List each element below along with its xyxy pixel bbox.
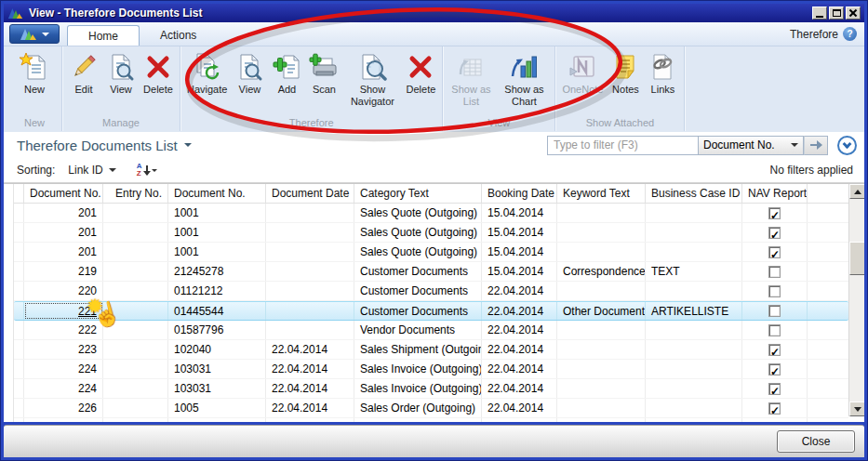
table-row[interactable]: 219 21245278 Customer Documents 15.04.20…	[14, 262, 848, 282]
table-row[interactable]: 223 102040 22.04.2014 Sales Shipment (Ou…	[14, 340, 848, 360]
add-button[interactable]: Add	[268, 49, 305, 97]
sorting-field-select[interactable]: Link ID	[68, 164, 115, 177]
ribbon: Home Actions Therefore New	[4, 22, 864, 132]
new-button[interactable]: New	[10, 49, 59, 97]
grid-header-row: Document No. Entry No. Document No. Docu…	[14, 184, 848, 204]
table-row[interactable]: 226 1005 22.04.2014 Sales Order (Outgoin…	[14, 399, 848, 418]
page-bar: Therefore Documents List Document No.	[4, 132, 864, 158]
cell-keyword-text	[557, 204, 646, 222]
cell-document-no-2: 1001	[168, 204, 266, 222]
scroll-up-button[interactable]	[849, 184, 864, 199]
nav-report-checkbox[interactable]	[768, 285, 781, 297]
cell-keyword-text	[557, 360, 646, 378]
cell-booking-date: 22.04.2014	[482, 282, 557, 300]
application-window: View - Therefore Documents List Home Act…	[0, 0, 868, 461]
cell-category-text: Vendor Documents	[354, 321, 482, 339]
maximize-icon	[833, 9, 841, 17]
vertical-scrollbar[interactable]	[848, 184, 864, 416]
cell-business-case-id	[646, 223, 742, 242]
therefore-delete-button[interactable]: Delete	[402, 49, 439, 97]
cell-entry-no	[103, 282, 168, 300]
scan-button[interactable]: Scan	[305, 49, 342, 97]
application-menu-button[interactable]	[9, 24, 60, 44]
cell-booking-date: 22.04.2014	[482, 340, 557, 359]
cell-document-no[interactable]: 221	[24, 302, 103, 320]
cell-business-case-id	[646, 399, 742, 417]
delete-button[interactable]: Delete	[140, 49, 177, 97]
view-button[interactable]: View	[102, 49, 140, 97]
header-entry-no[interactable]: Entry No.	[103, 184, 168, 203]
minimize-button[interactable]	[812, 7, 827, 20]
notes-button[interactable]: Notes	[607, 49, 644, 97]
cell-document-no: 226	[24, 399, 103, 417]
table-row[interactable]: 224 103031 22.04.2014 Sales Invoice (Out…	[14, 379, 848, 399]
nav-report-checkbox[interactable]	[768, 227, 781, 239]
nav-report-checkbox[interactable]	[768, 422, 781, 423]
header-nav-report[interactable]: NAV Report	[742, 184, 808, 203]
scrollbar-thumb[interactable]	[849, 242, 864, 275]
header-keyword-text[interactable]: Keyword Text	[557, 184, 646, 203]
nav-report-checkbox[interactable]	[768, 324, 781, 336]
cell-document-date	[266, 282, 354, 300]
edit-icon	[69, 52, 99, 82]
nav-report-checkbox[interactable]	[768, 246, 781, 258]
show-navigator-icon	[357, 52, 387, 82]
table-row[interactable]: 201 1001 Sales Quote (Outgoing) 15.04.20…	[14, 223, 848, 243]
cell-document-date	[266, 262, 354, 281]
edit-button[interactable]: Edit	[65, 49, 102, 97]
show-as-chart-button[interactable]: Show as Chart	[496, 49, 552, 108]
nav-report-checkbox[interactable]	[768, 207, 781, 219]
tab-actions[interactable]: Actions	[140, 25, 217, 46]
navigate-button[interactable]: Navigate	[183, 49, 231, 97]
header-booking-date[interactable]: Booking Date	[482, 184, 557, 203]
cell-document-no-2: 103031	[168, 379, 266, 398]
nav-report-checkbox[interactable]	[768, 402, 781, 415]
cell-business-case-id	[646, 321, 742, 339]
close-dialog-button[interactable]: Close	[777, 430, 855, 453]
table-row[interactable]: 201 1001 Sales Quote (Outgoing) 15.04.20…	[14, 204, 848, 223]
nav-report-checkbox[interactable]	[768, 266, 781, 278]
table-row-selected[interactable]: 221 01445544 Customer Documents 22.04.20…	[14, 301, 848, 321]
links-button[interactable]: Links	[644, 49, 681, 97]
therefore-view-button[interactable]: View	[231, 49, 268, 97]
nav-report-checkbox[interactable]	[768, 305, 781, 317]
table-row[interactable]: 222 01587796 Vendor Documents 22.04.2014	[14, 321, 848, 340]
show-navigator-button[interactable]: Show Navigator	[342, 49, 402, 108]
nav-report-checkbox[interactable]	[768, 363, 781, 375]
cell-booking-date: 22.04.2014	[482, 399, 557, 417]
cell-entry-no	[103, 321, 168, 339]
table-row[interactable]: 224 103031 22.04.2014 Sales Invoice (Out…	[14, 360, 848, 379]
cell-category-text: Sales Quote (Outgoing)	[354, 223, 482, 242]
cell-category-text: Sales Order (Outgoing)	[354, 418, 482, 422]
sort-az-icon[interactable]	[137, 163, 157, 178]
show-as-list-button: Show as List	[446, 49, 496, 108]
cell-keyword-text	[557, 340, 646, 359]
maximize-button[interactable]	[829, 7, 844, 20]
apply-filter-button[interactable]	[804, 136, 828, 155]
scroll-down-button[interactable]	[849, 402, 864, 416]
cell-category-text: Sales Shipment (Outgoing)	[354, 340, 482, 359]
cell-document-date	[266, 302, 354, 320]
nav-report-checkbox[interactable]	[768, 344, 781, 356]
table-row[interactable]: 220 01121212 Customer Documents 22.04.20…	[14, 282, 848, 301]
table-row[interactable]: 201 1001 Sales Quote (Outgoing) 15.04.20…	[14, 243, 848, 262]
cell-business-case-id: ARTIKELLISTE	[646, 302, 742, 320]
filter-input[interactable]	[547, 136, 698, 155]
help-icon[interactable]	[843, 27, 857, 41]
header-category-text[interactable]: Category Text	[354, 184, 482, 203]
chevron-down-icon	[109, 168, 116, 172]
cell-document-date: 22.04.2014	[266, 399, 354, 417]
header-document-date[interactable]: Document Date	[266, 184, 354, 203]
expand-filter-pane-button[interactable]	[837, 136, 857, 155]
cell-booking-date: 15.04.2014	[482, 262, 557, 281]
header-document-no[interactable]: Document No.	[24, 184, 103, 203]
header-document-no-2[interactable]: Document No.	[168, 184, 266, 203]
page-title[interactable]: Therefore Documents List	[17, 138, 192, 153]
tab-home[interactable]: Home	[67, 25, 140, 46]
nav-report-checkbox[interactable]	[768, 383, 781, 395]
ribbon-group-new: New New	[7, 46, 62, 131]
header-business-case-id[interactable]: Business Case ID	[646, 184, 742, 203]
close-button[interactable]	[846, 7, 861, 20]
filter-field-select[interactable]: Document No.	[698, 136, 804, 155]
cell-entry-no	[103, 379, 168, 398]
